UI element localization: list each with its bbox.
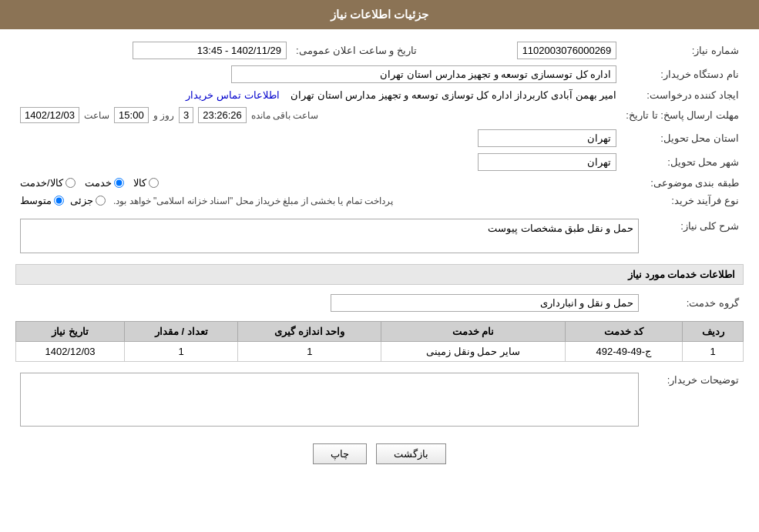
deadline-date-box: 1402/12/03 [20, 107, 79, 123]
buyer-org-box: اداره کل توسسازی توسعه و تجهیز مدارس است… [231, 65, 616, 83]
need-number-box: 1102003076000269 [517, 42, 617, 59]
table-cell-date: 1402/12/03 [16, 342, 125, 362]
buyer-notes-label: توضیحات خریدار: [643, 370, 744, 432]
buyer-org-value: اداره کل توسسازی توسعه و تجهیز مدارس است… [15, 62, 621, 86]
creator-value: امیر بهمن آبادی کاربرداز اداره کل توسازی… [15, 86, 621, 104]
back-button[interactable]: بازگشت [376, 443, 446, 464]
col-header-code: کد خدمت [565, 322, 682, 342]
purchase-motavaset-radio[interactable] [54, 196, 64, 206]
province-value: تهران [15, 126, 621, 150]
service-group-value: حمل و نقل و انبارداری [15, 291, 643, 315]
table-cell-qty: 1 [125, 342, 238, 362]
col-header-unit: واحد اندازه گیری [238, 322, 381, 342]
purchase-note: پرداخت تمام یا بخشی از مبلغ خریداز محل "… [113, 196, 393, 206]
city-box: تهران [478, 153, 616, 171]
service-group-box: حمل و نقل و انبارداری [331, 294, 639, 312]
table-cell-row: 1 [683, 342, 744, 362]
deadline-time-box: 15:00 [114, 107, 149, 123]
subject-khedmat-radio[interactable] [114, 178, 124, 188]
need-number-value: 1102003076000269 [437, 38, 621, 62]
purchase-jozii-label: جزئی [70, 195, 93, 206]
subject-value: کالا/خدمت خدمت کالا [15, 174, 621, 192]
table-cell-name: سایر حمل ونقل زمینی [381, 342, 565, 362]
table-cell-unit: 1 [238, 342, 381, 362]
service-group-label: گروه خدمت: [643, 291, 744, 315]
subject-kala-label: کالا [133, 177, 146, 189]
page-header: جزئیات اطلاعات نیاز [0, 0, 759, 29]
overall-desc-label: شرح کلی نیاز: [643, 216, 744, 256]
need-number-label: شماره نیاز: [621, 38, 744, 62]
subject-radio-khedmat: خدمت [85, 177, 124, 189]
deadline-value: 1402/12/03 ساعت 15:00 روز و 3 23:26:26 س… [15, 104, 621, 126]
creator-contact-link[interactable]: اطلاعات تماس خریدار [186, 89, 279, 101]
deadline-day-label: روز و [153, 110, 174, 121]
subject-radio-kala: کالا [133, 177, 159, 189]
province-label: استان محل تحویل: [621, 126, 744, 150]
deadline-remaining-label: ساعت باقی مانده [251, 110, 319, 121]
subject-label: طبقه بندی موضوعی: [621, 174, 744, 192]
subject-kala-khedmat-label: کالا/خدمت [20, 177, 63, 189]
overall-desc-box: حمل و نقل طبق مشخصات پیوست [20, 219, 639, 253]
deadline-label: مهلت ارسال پاسخ: تا تاریخ: [621, 104, 744, 126]
overall-desc-value: حمل و نقل طبق مشخصات پیوست [15, 216, 643, 256]
service-group-section: گروه خدمت: حمل و نقل و انبارداری [15, 291, 744, 315]
col-header-date: تاریخ نیاز [16, 322, 125, 342]
subject-khedmat-label: خدمت [85, 177, 112, 189]
overall-desc-section: شرح کلی نیاز: حمل و نقل طبق مشخصات پیوست [15, 216, 744, 256]
services-table: ردیف کد خدمت نام خدمت واحد اندازه گیری ت… [15, 321, 744, 362]
purchase-type-value: متوسط جزئی پرداخت تمام یا بخشی از مبلغ خ… [15, 192, 621, 209]
main-content: شماره نیاز: 1102003076000269 تاریخ و ساع… [0, 29, 759, 485]
buyer-org-label: نام دستگاه خریدار: [621, 62, 744, 86]
subject-radio-group: کالا/خدمت خدمت کالا [20, 177, 616, 189]
purchase-jozii-radio[interactable] [96, 196, 106, 206]
subject-radio-kala-khedmat: کالا/خدمت [20, 177, 76, 189]
announce-value: 1402/11/29 - 13:45 [15, 38, 291, 62]
page-container: جزئیات اطلاعات نیاز شماره نیاز: 11020030… [0, 0, 759, 532]
buyer-notes-textarea[interactable] [20, 373, 639, 427]
subject-kala-radio[interactable] [149, 178, 159, 188]
deadline-countdown-box: 23:26:26 [198, 107, 247, 123]
subject-kala-khedmat-radio[interactable] [65, 178, 76, 188]
city-label: شهر محل تحویل: [621, 150, 744, 174]
city-value: تهران [15, 150, 621, 174]
services-section-title: اطلاعات خدمات مورد نیاز [15, 264, 744, 285]
table-row: 1ج-49-49-492سایر حمل ونقل زمینی111402/12… [16, 342, 744, 362]
overall-desc-text: حمل و نقل طبق مشخصات پیوست [488, 223, 633, 234]
buttons-row: بازگشت چاپ [15, 443, 744, 464]
purchase-radio-jozii: جزئی [70, 195, 106, 206]
purchase-type-label: نوع فرآیند خرید: [621, 192, 744, 209]
print-button[interactable]: چاپ [313, 443, 367, 464]
announce-label: تاریخ و ساعت اعلان عمومی: [291, 38, 421, 62]
province-box: تهران [478, 129, 616, 147]
col-header-row: ردیف [683, 322, 744, 342]
purchase-radio-group: متوسط جزئی [20, 195, 106, 206]
page-title: جزئیات اطلاعات نیاز [331, 8, 428, 21]
col-header-name: نام خدمت [381, 322, 565, 342]
deadline-time-label: ساعت [84, 110, 109, 121]
announce-datetime-box: 1402/11/29 - 13:45 [133, 42, 287, 59]
deadline-days-box: 3 [179, 107, 193, 123]
table-cell-code: ج-49-49-492 [565, 342, 682, 362]
info-section: شماره نیاز: 1102003076000269 تاریخ و ساع… [15, 38, 744, 209]
buyer-notes-section: توضیحات خریدار: [15, 370, 744, 432]
purchase-motavaset-label: متوسط [20, 195, 52, 206]
purchase-radio-motavaset: متوسط [20, 195, 64, 206]
creator-label: ایجاد کننده درخواست: [621, 86, 744, 104]
buyer-notes-value [15, 370, 643, 432]
col-header-qty: تعداد / مقدار [125, 322, 238, 342]
creator-name: امیر بهمن آبادی کاربرداز اداره کل توسازی… [291, 89, 616, 101]
